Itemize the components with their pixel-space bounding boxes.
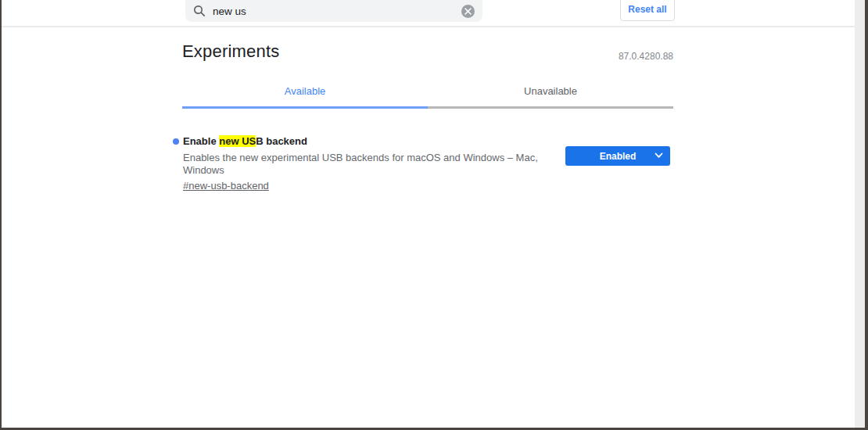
flag-title-prefix: Enable bbox=[183, 135, 219, 147]
tab-strip: Available Unavailable bbox=[182, 77, 673, 109]
reset-all-button[interactable]: Reset all bbox=[620, 0, 675, 21]
search-input[interactable] bbox=[213, 5, 461, 17]
flag-row-new-usb-backend: Enable new USB backend Enables the new e… bbox=[182, 135, 673, 192]
search-icon bbox=[193, 5, 206, 17]
flag-permalink[interactable]: #new-usb-backend bbox=[183, 180, 269, 192]
search-box[interactable] bbox=[185, 0, 482, 22]
flags-page: Experiments 87.0.4280.88 Available Unava… bbox=[182, 29, 673, 192]
dropdown-selected-value: Enabled bbox=[600, 151, 637, 162]
non-default-indicator-dot bbox=[173, 138, 179, 145]
search-match-highlight: new US bbox=[219, 135, 256, 147]
tab-available[interactable]: Available bbox=[182, 77, 428, 109]
tab-unavailable[interactable]: Unavailable bbox=[428, 77, 673, 109]
window-border-right bbox=[865, 0, 868, 430]
flag-value-dropdown[interactable]: Enabled bbox=[565, 146, 670, 166]
page-title: Experiments bbox=[182, 41, 279, 62]
scrollbar-track[interactable] bbox=[855, 0, 865, 428]
flag-description: Enables the new experimental USB backend… bbox=[183, 152, 551, 177]
flag-title-suffix: B backend bbox=[256, 135, 307, 147]
chevron-down-icon bbox=[655, 152, 663, 159]
flags-toolbar: Reset all bbox=[2, 0, 855, 27]
clear-search-icon[interactable] bbox=[461, 5, 475, 18]
page-header: Experiments 87.0.4280.88 bbox=[182, 29, 673, 77]
browser-version: 87.0.4280.88 bbox=[619, 51, 673, 62]
window-border-left bbox=[0, 0, 2, 430]
